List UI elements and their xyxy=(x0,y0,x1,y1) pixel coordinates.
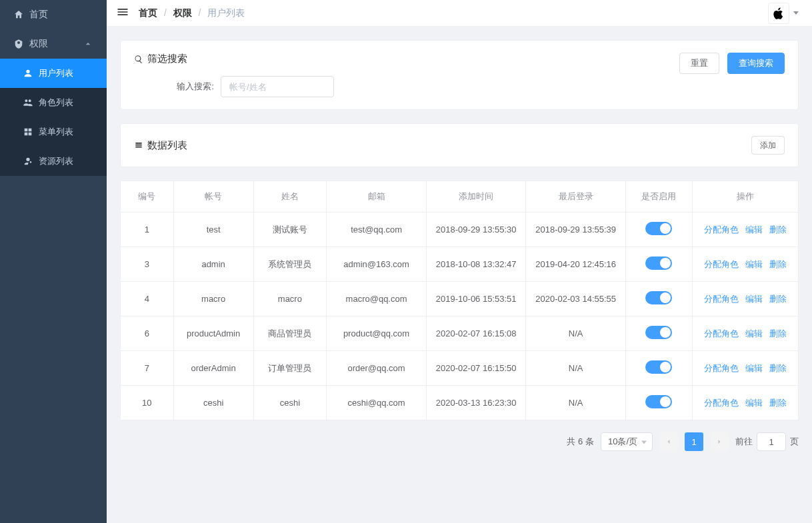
chevron-down-icon xyxy=(793,11,799,15)
cell-created: 2018-09-29 13:55:30 xyxy=(426,213,525,247)
page-jump: 前往 页 xyxy=(735,432,799,451)
resource-icon xyxy=(23,156,39,167)
sidebar-item-permission[interactable]: 权限 xyxy=(0,29,107,59)
cell-name: macro xyxy=(253,282,327,316)
user-icon xyxy=(23,68,39,79)
delete-link[interactable]: 删除 xyxy=(769,294,787,304)
sidebar-item-resources[interactable]: 资源列表 xyxy=(0,147,107,176)
cell-last: 2020-02-03 14:55:55 xyxy=(526,282,625,316)
filter-card: 筛选搜索 输入搜索: 重置 查询搜索 xyxy=(120,40,799,110)
cell-email: order@qq.com xyxy=(327,351,427,386)
reset-button[interactable]: 重置 xyxy=(679,53,719,74)
cell-ops: 分配角色编辑删除 xyxy=(692,316,798,351)
sidebar-submenu: 用户列表 角色列表 菜单列表 资源列表 xyxy=(0,59,107,176)
chevron-up-icon xyxy=(83,39,93,49)
cell-last: 2018-09-29 13:55:39 xyxy=(526,213,625,247)
cell-account: macro xyxy=(173,282,253,316)
delete-link[interactable]: 删除 xyxy=(769,363,787,373)
enable-switch[interactable] xyxy=(645,395,672,408)
sidebar: 首页 权限 用户列表 角色列表 菜单列表 资源列表 xyxy=(0,0,107,523)
cell-id: 1 xyxy=(121,213,174,247)
cell-last: 2019-04-20 12:45:16 xyxy=(526,247,625,282)
cell-name: 商品管理员 xyxy=(253,316,327,351)
sidebar-item-home[interactable]: 首页 xyxy=(0,0,107,29)
edit-link[interactable]: 编辑 xyxy=(745,225,763,235)
hamburger-icon[interactable] xyxy=(113,3,132,23)
enable-switch[interactable] xyxy=(645,360,672,374)
search-input[interactable] xyxy=(221,76,334,97)
sidebar-item-menus[interactable]: 菜单列表 xyxy=(0,117,107,147)
sidebar-item-label: 权限 xyxy=(29,38,48,50)
cell-name: 订单管理员 xyxy=(253,351,327,386)
cell-last: N/A xyxy=(526,386,625,420)
delete-link[interactable]: 删除 xyxy=(769,398,787,408)
shield-icon xyxy=(13,39,29,49)
prev-page-button[interactable] xyxy=(659,432,678,451)
edit-link[interactable]: 编辑 xyxy=(745,259,763,269)
page-jump-input[interactable] xyxy=(757,432,786,451)
cell-email: macro@qq.com xyxy=(327,282,427,316)
delete-link[interactable]: 删除 xyxy=(769,259,787,269)
cell-account: ceshi xyxy=(173,386,253,420)
edit-link[interactable]: 编辑 xyxy=(745,363,763,373)
cell-created: 2018-10-08 13:32:47 xyxy=(426,247,525,282)
cell-account: orderAdmin xyxy=(173,351,253,386)
breadcrumb-home[interactable]: 首页 xyxy=(139,7,157,18)
table-row: 7orderAdmin订单管理员order@qq.com2020-02-07 1… xyxy=(121,351,799,386)
avatar xyxy=(768,3,789,24)
th-created: 添加时间 xyxy=(426,181,525,213)
users-icon xyxy=(23,97,39,108)
user-menu[interactable] xyxy=(768,3,799,24)
cell-created: 2020-03-13 16:23:30 xyxy=(426,386,525,420)
breadcrumb-perm[interactable]: 权限 xyxy=(173,7,192,18)
table-row: 10ceshiceshiceshi@qq.com2020-03-13 16:23… xyxy=(121,386,799,420)
cell-last: N/A xyxy=(526,351,625,386)
search-button[interactable]: 查询搜索 xyxy=(727,53,785,74)
cell-email: ceshi@qq.com xyxy=(327,386,427,420)
edit-link[interactable]: 编辑 xyxy=(745,328,763,338)
sidebar-item-users[interactable]: 用户列表 xyxy=(0,59,107,88)
enable-switch[interactable] xyxy=(645,222,672,235)
cell-ops: 分配角色编辑删除 xyxy=(692,351,798,386)
delete-link[interactable]: 删除 xyxy=(769,328,787,338)
cell-last: N/A xyxy=(526,316,625,351)
th-account: 帐号 xyxy=(173,181,253,213)
cell-id: 7 xyxy=(121,351,174,386)
assign-role-link[interactable]: 分配角色 xyxy=(704,259,739,269)
cell-ops: 分配角色编辑删除 xyxy=(692,386,798,420)
page-size-select[interactable]: 10条/页 xyxy=(601,432,653,451)
enable-switch[interactable] xyxy=(645,257,672,270)
enable-switch[interactable] xyxy=(645,326,672,339)
assign-role-link[interactable]: 分配角色 xyxy=(704,363,739,373)
filter-row: 输入搜索: xyxy=(134,76,679,97)
cell-id: 4 xyxy=(121,282,174,316)
cell-enabled xyxy=(625,386,692,420)
breadcrumb: 首页 / 权限 / 用户列表 xyxy=(139,7,245,19)
assign-role-link[interactable]: 分配角色 xyxy=(704,294,739,304)
assign-role-link[interactable]: 分配角色 xyxy=(704,328,739,338)
filter-title: 筛选搜索 xyxy=(134,53,679,65)
assign-role-link[interactable]: 分配角色 xyxy=(704,398,739,408)
page-1-button[interactable]: 1 xyxy=(685,432,703,451)
th-email: 邮箱 xyxy=(327,181,427,213)
cell-name: ceshi xyxy=(253,386,327,420)
next-page-button[interactable] xyxy=(710,432,729,451)
add-button[interactable]: 添加 xyxy=(751,136,785,155)
edit-link[interactable]: 编辑 xyxy=(745,398,763,408)
pagination-total: 共 6 条 xyxy=(567,436,593,448)
edit-link[interactable]: 编辑 xyxy=(745,294,763,304)
th-ops: 操作 xyxy=(692,181,798,213)
delete-link[interactable]: 删除 xyxy=(769,225,787,235)
list-icon xyxy=(134,141,143,150)
main: 首页 / 权限 / 用户列表 筛选搜索 xyxy=(107,0,812,523)
assign-role-link[interactable]: 分配角色 xyxy=(704,225,739,235)
home-icon xyxy=(13,9,29,20)
sidebar-item-label: 首页 xyxy=(29,9,48,21)
sidebar-item-roles[interactable]: 角色列表 xyxy=(0,88,107,117)
enable-switch[interactable] xyxy=(645,291,672,304)
cell-ops: 分配角色编辑删除 xyxy=(692,282,798,316)
cell-ops: 分配角色编辑删除 xyxy=(692,247,798,282)
search-icon xyxy=(134,55,143,64)
cell-account: productAdmin xyxy=(173,316,253,351)
topbar: 首页 / 权限 / 用户列表 xyxy=(107,0,812,27)
